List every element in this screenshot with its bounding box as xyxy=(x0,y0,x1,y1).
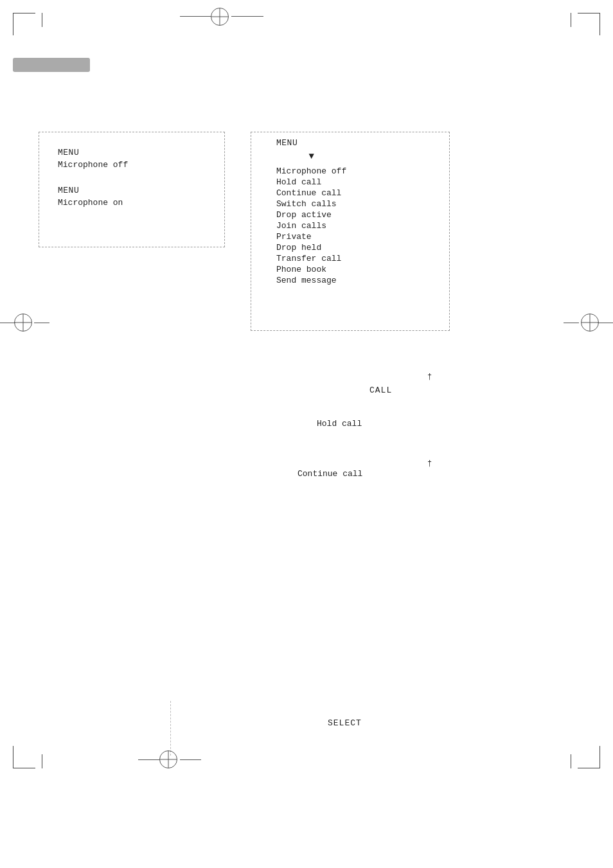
list-item[interactable]: Drop active xyxy=(276,210,346,220)
continue-call-label: Continue call xyxy=(298,469,362,479)
list-item[interactable]: Phone book xyxy=(276,265,346,274)
top-crosshair-line-left xyxy=(180,16,211,17)
left-box-content: MENU Microphone off MENU Microphone on xyxy=(58,148,128,224)
left-menu-title-1: MENU xyxy=(58,148,128,157)
list-item[interactable]: Microphone off xyxy=(276,166,346,176)
list-item[interactable]: Private xyxy=(276,232,346,242)
left-crosshair xyxy=(14,314,32,332)
top-crosshair xyxy=(211,8,229,26)
left-menu-title-2: MENU xyxy=(58,186,128,195)
menu-section-1: MENU Microphone off xyxy=(58,148,128,170)
list-item[interactable]: Switch calls xyxy=(276,199,346,209)
left-crosshair-line-left xyxy=(0,323,15,323)
list-item[interactable]: Continue call xyxy=(276,188,346,198)
header-bar xyxy=(13,58,90,72)
left-menu-item-2: Microphone on xyxy=(58,198,128,208)
signal-icon-2: † xyxy=(427,459,432,468)
right-crosshair-line-right xyxy=(598,323,613,323)
list-item[interactable]: Join calls xyxy=(276,221,346,231)
signal-icon-1: † xyxy=(427,373,432,382)
bottom-crosshair-line-right xyxy=(180,759,201,760)
right-menu-list: Microphone off Hold call Continue call S… xyxy=(276,166,346,285)
select-button[interactable]: SELECT xyxy=(328,718,362,728)
left-menu-item-1: Microphone off xyxy=(58,160,128,170)
right-box-content: MENU ▼ Microphone off Hold call Continue… xyxy=(276,138,346,287)
bottom-crosshair xyxy=(159,750,177,768)
right-crosshair xyxy=(581,314,599,332)
list-item[interactable]: Send message xyxy=(276,276,346,285)
list-item[interactable]: Hold call xyxy=(276,177,346,187)
left-crosshair-line-right xyxy=(34,323,49,323)
call-label: CALL xyxy=(369,385,392,395)
right-menu-title: MENU xyxy=(276,138,346,148)
menu-section-2: MENU Microphone on xyxy=(58,186,128,208)
list-item[interactable]: Transfer call xyxy=(276,254,346,263)
bottom-crosshair-line-left xyxy=(138,759,159,760)
bottom-dashed-line xyxy=(170,701,171,756)
list-item[interactable]: Drop held xyxy=(276,243,346,252)
right-crosshair-line-left xyxy=(564,323,579,323)
hold-call-label: Hold call xyxy=(317,419,362,429)
dropdown-arrow-icon: ▼ xyxy=(276,151,346,161)
top-crosshair-line-right xyxy=(231,16,263,17)
